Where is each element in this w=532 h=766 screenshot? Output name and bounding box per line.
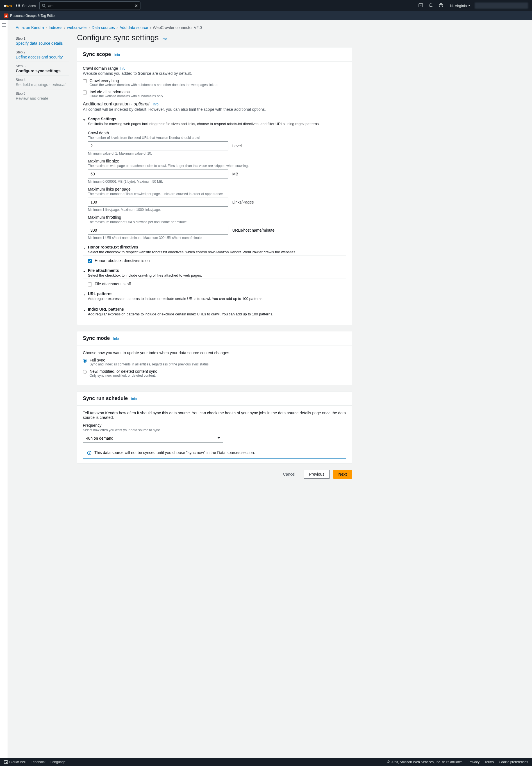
crumb-indexes[interactable]: Indexes: [49, 25, 62, 30]
aws-logo[interactable]: aws: [4, 3, 12, 8]
max-throttling-input[interactable]: [88, 226, 228, 235]
crumb-webcrawler[interactable]: webcrawler: [67, 25, 87, 30]
max-links-hint: Minimum 1 link/page. Maximum 1000 links/…: [88, 208, 346, 212]
step-title: Review and create: [16, 96, 69, 101]
radio-label: Full sync: [90, 358, 210, 362]
region-selector[interactable]: N. Virginia: [450, 4, 471, 8]
previous-button[interactable]: Previous: [304, 470, 329, 479]
crumb-kendra[interactable]: Amazon Kendra: [16, 25, 44, 30]
frequency-select[interactable]: Run on demand: [83, 434, 223, 443]
max-throttling-label: Maximum throttling: [88, 215, 346, 220]
footer-feedback[interactable]: Feedback: [31, 760, 46, 764]
footer-copyright: © 2023, Amazon Web Services, Inc. or its…: [387, 760, 463, 764]
info-alert: This data source will not be synced unti…: [83, 447, 346, 459]
footer-terms[interactable]: Terms: [485, 760, 494, 764]
max-file-size-hint: Minimum 0.000001 MB (1 byte). Maximum 50…: [88, 179, 346, 183]
footer-language[interactable]: Language: [51, 760, 65, 764]
chevron-down-icon: [468, 4, 471, 7]
frequency-desc: Select how often you want your data sour…: [83, 428, 346, 432]
sync-scope-heading: Sync scope: [83, 51, 111, 57]
search-box[interactable]: ✕: [39, 1, 140, 10]
url-patterns-expander[interactable]: URL patterns Add regular expression patt…: [83, 290, 346, 302]
step-number: Step 1: [16, 37, 69, 40]
crawl-depth-label: Crawl depth: [88, 131, 346, 135]
svg-point-18: [89, 452, 89, 452]
expander-desc: Select the checkbox to include crawling …: [88, 273, 202, 278]
svg-rect-0: [16, 4, 17, 4]
svg-rect-6: [16, 6, 17, 7]
file-attachments-expander[interactable]: File attachments Select the checkbox to …: [83, 267, 346, 279]
resource-groups-icon: ◆: [4, 13, 8, 18]
delta-sync-radio[interactable]: New, modified, or deleted content sync O…: [83, 369, 346, 378]
cancel-button[interactable]: Cancel: [278, 470, 301, 479]
file-attachment-input[interactable]: [88, 283, 92, 287]
crawl-depth-unit: Level: [232, 144, 242, 148]
radio-label: New, modified, or deleted content sync: [90, 369, 157, 374]
search-clear-icon[interactable]: ✕: [134, 3, 138, 8]
crumb-data-sources[interactable]: Data sources: [92, 25, 115, 30]
info-link[interactable]: Info: [162, 37, 167, 41]
include-subdomains-input[interactable]: [83, 90, 87, 94]
breadcrumb: Amazon Kendra› Indexes› webcrawler› Data…: [16, 20, 524, 32]
info-link[interactable]: Info: [153, 102, 158, 106]
page-title: Configure sync settingsInfo: [77, 33, 352, 42]
index-url-patterns-expander[interactable]: Index URL patterns Add regular expressio…: [83, 306, 346, 317]
resource-groups-link[interactable]: Resource Groups & Tag Editor: [10, 14, 56, 18]
expander-desc: Add regular expression patterns to inclu…: [88, 297, 263, 301]
crumb-current: WebCrawler connector V2.0: [153, 25, 202, 30]
crawl-everything-checkbox[interactable]: Crawl everything Crawl the website domai…: [83, 78, 346, 87]
include-subdomains-checkbox[interactable]: Include all subdomains Crawl the website…: [83, 90, 346, 98]
checkbox-desc: Crawl the website domains with subdomain…: [90, 94, 164, 98]
scope-settings-expander[interactable]: Scope Settings Set limits for crawling w…: [83, 115, 346, 127]
step-number: Step 5: [16, 92, 69, 95]
honor-robots-checkbox[interactable]: Honor robots.txt directives is on: [88, 258, 346, 263]
info-icon: [87, 451, 92, 455]
crumb-add-data-source[interactable]: Add data source: [119, 25, 148, 30]
footer-cookie[interactable]: Cookie preferences: [499, 760, 528, 764]
search-input[interactable]: [47, 4, 134, 8]
honor-robots-input[interactable]: [88, 259, 92, 263]
step-title: Set field mappings - optional: [16, 82, 69, 87]
footer-cloudshell[interactable]: CloudShell: [4, 760, 26, 764]
services-button[interactable]: Services: [16, 4, 36, 8]
max-file-size-desc: The maximum web page or attachment size …: [88, 164, 346, 168]
sync-schedule-panel: Sync run schedule Info Tell Amazon Kendr…: [77, 391, 352, 463]
sync-mode-desc: Choose how you want to update your index…: [83, 351, 346, 355]
notifications-icon[interactable]: [429, 3, 433, 8]
svg-rect-3: [16, 5, 17, 6]
wizard-actions: Cancel Previous Next: [77, 470, 352, 479]
max-links-input[interactable]: [88, 198, 228, 207]
crawl-everything-input[interactable]: [83, 79, 87, 83]
svg-rect-4: [18, 5, 19, 6]
info-link[interactable]: Info: [120, 67, 125, 70]
info-link[interactable]: Info: [114, 53, 120, 57]
footer-privacy[interactable]: Privacy: [469, 760, 479, 764]
full-sync-radio[interactable]: Full sync Sync and index all contents in…: [83, 358, 346, 366]
help-icon[interactable]: [439, 3, 443, 8]
info-link[interactable]: Info: [113, 337, 119, 341]
step-title: Configure sync settings: [16, 69, 69, 73]
step-2[interactable]: Step 2 Define access and security: [16, 48, 69, 62]
honor-robots-expander[interactable]: Honor robots.txt directives Select the c…: [83, 244, 346, 256]
svg-rect-7: [18, 6, 19, 7]
checkbox-label: Include all subdomains: [90, 90, 164, 94]
sync-scope-panel: Sync scope Info Crawl domain rangeInfo W…: [77, 47, 352, 325]
info-link[interactable]: Info: [131, 397, 137, 401]
caret-right-icon: [83, 308, 86, 313]
cloudshell-icon[interactable]: [419, 3, 423, 8]
menu-toggle-icon[interactable]: [2, 23, 6, 758]
services-grid-icon: [16, 4, 20, 8]
crawl-depth-input[interactable]: [88, 141, 228, 150]
secondary-bar: ◆ Resource Groups & Tag Editor: [0, 11, 532, 20]
delta-sync-input[interactable]: [83, 370, 87, 374]
step-1[interactable]: Step 1 Specify data source details: [16, 34, 69, 48]
svg-rect-11: [419, 4, 423, 7]
crawl-domain-range-label: Crawl domain rangeInfo: [83, 66, 346, 70]
full-sync-input[interactable]: [83, 359, 87, 363]
file-attachment-checkbox[interactable]: File attachment is off: [88, 282, 346, 287]
step-title: Specify data source details: [16, 41, 69, 45]
next-button[interactable]: Next: [333, 470, 352, 479]
step-number: Step 4: [16, 78, 69, 82]
account-menu[interactable]: [475, 3, 528, 9]
max-file-size-input[interactable]: [88, 169, 228, 178]
